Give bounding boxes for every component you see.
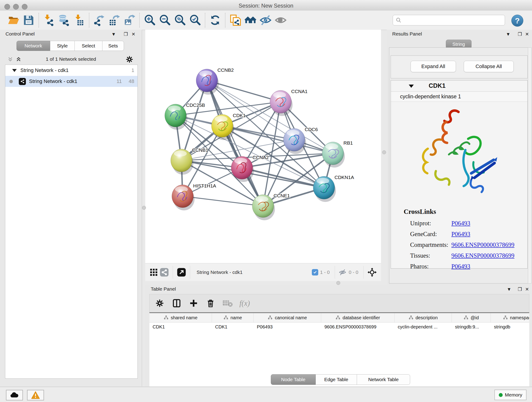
column-header-shared-name[interactable]: shared name [149, 313, 212, 322]
import-network-from-database-button[interactable] [56, 13, 71, 28]
network-node-CCNB2[interactable]: CCNB2 [196, 67, 234, 95]
network-row[interactable]: String Network - cdk1 11 48 [5, 76, 138, 87]
delete-column-button[interactable] [206, 298, 215, 308]
network-node-CCNA2[interactable]: CCNA2 [231, 155, 269, 182]
add-column-button[interactable] [189, 298, 199, 308]
column-header-canonical-name[interactable]: canonical name [254, 313, 321, 322]
column-header-database-identifier[interactable]: database identifier [321, 313, 394, 322]
network-node-CDK1[interactable]: CDK1 [211, 113, 246, 140]
table-row[interactable]: CDK1CDK1P064939606.ENSP00000378699cyclin… [149, 322, 529, 331]
panel-close-icon[interactable]: ✕ [132, 32, 135, 37]
network-edge-CCNE1-HIST1H1A[interactable] [183, 196, 263, 206]
tab-style[interactable]: Style [50, 41, 75, 51]
panel-float-icon[interactable]: ❒ [518, 32, 522, 37]
panel-float-icon[interactable]: ❒ [124, 32, 128, 37]
network-node-RB1[interactable]: RB1 [322, 140, 353, 167]
function-builder-button[interactable]: f(x) [239, 299, 250, 307]
apply-preferred-layout-button[interactable] [208, 13, 223, 28]
tab-node-table[interactable]: Node Table [271, 374, 316, 385]
column-header-namespac[interactable]: namespac [491, 313, 529, 322]
memory-button[interactable]: Memory [494, 390, 526, 400]
crosslink-link[interactable]: 9606.ENSP00000378699 [451, 252, 514, 259]
panel-menu-icon[interactable]: ▼ [507, 287, 511, 292]
import-network-from-file-button[interactable] [41, 13, 56, 28]
crosslink-link[interactable]: P06493 [451, 263, 470, 270]
tab-edge-table[interactable]: Edge Table [316, 374, 357, 385]
clone-network-button[interactable] [228, 13, 243, 28]
search-input[interactable] [404, 16, 505, 25]
table-cell[interactable]: 9606.ENSP00000378699 [321, 322, 394, 331]
zoom-fit-content-button[interactable] [172, 13, 187, 28]
crosslink-link[interactable]: P06493 [451, 220, 470, 227]
left-splitter-handle[interactable] [142, 206, 146, 210]
detach-view-button[interactable] [176, 267, 187, 278]
network-view[interactable]: CCNB2CCNA1CDC25BCDK1CDC6RB1CCNB1CCNA2CDK… [145, 30, 381, 281]
show-grid-button[interactable] [148, 267, 159, 278]
save-session-button[interactable] [21, 13, 36, 28]
network-node-CDKN1A[interactable]: CDKN1A [313, 175, 354, 202]
cloud-status-button[interactable] [6, 390, 23, 400]
column-header-description[interactable]: description [394, 313, 452, 322]
bottom-splitter-handle[interactable] [336, 281, 340, 285]
network-node-CDC6[interactable]: CDC6 [283, 127, 318, 154]
tab-sets[interactable]: Sets [102, 41, 124, 51]
network-node-HIST1H1A[interactable]: HIST1H1A [172, 183, 216, 211]
first-neighbors-button[interactable] [243, 13, 258, 28]
table-cell[interactable]: CDK1 [149, 322, 212, 331]
gene-section-header[interactable]: CDK1 [391, 80, 527, 92]
zoom-in-button[interactable] [142, 13, 157, 28]
tab-network[interactable]: Network [17, 41, 50, 51]
help-button[interactable]: ? [511, 15, 523, 27]
panel-close-icon[interactable]: ✕ [525, 287, 529, 292]
column-type-icon [336, 315, 341, 320]
hidden-nodes-edges-count: 0 - 0 [349, 269, 358, 275]
tree-expand-caret-icon[interactable] [12, 69, 17, 72]
hide-selected-button[interactable] [258, 13, 273, 28]
export-table-button[interactable] [107, 13, 122, 28]
toolbar-separator [173, 266, 173, 279]
right-splitter-handle[interactable] [382, 150, 386, 154]
table-options-button[interactable] [155, 298, 165, 308]
export-image-button[interactable] [122, 13, 137, 28]
panel-menu-icon[interactable]: ▼ [506, 32, 510, 37]
show-all-button[interactable] [273, 13, 288, 28]
open-session-button[interactable] [6, 13, 21, 28]
show-columns-button[interactable] [172, 298, 182, 308]
collapse-all-button[interactable]: Collapse All [464, 61, 514, 72]
network-view-mode-button[interactable] [159, 267, 170, 278]
network-canvas[interactable]: CCNB2CCNA1CDC25BCDK1CDC6RB1CCNB1CCNA2CDK… [145, 30, 381, 263]
delete-table-button[interactable] [222, 298, 233, 308]
zoom-selected-button[interactable] [187, 13, 203, 28]
zoom-out-button[interactable] [157, 13, 172, 28]
table-cell[interactable]: P06493 [254, 322, 321, 331]
tab-select[interactable]: Select [75, 41, 102, 51]
network-node-CDC25B[interactable]: CDC25B [165, 102, 205, 130]
panel-float-icon[interactable]: ❒ [518, 287, 522, 292]
tab-network-table[interactable]: Network Table [357, 374, 410, 385]
crosslinks-title: CrossLinks [404, 208, 436, 216]
results-scrollbar[interactable] [528, 47, 532, 283]
crosslink-link[interactable]: P06493 [451, 230, 470, 238]
column-header-name[interactable]: name [212, 313, 254, 322]
import-table-from-file-button[interactable] [71, 13, 87, 28]
table-cell[interactable]: stringdb [491, 322, 529, 331]
crosslink-link[interactable]: 9606.ENSP00000378699 [451, 241, 514, 249]
network-node-CCNE1[interactable]: CCNE1 [252, 193, 290, 220]
node-label: RB1 [343, 140, 353, 146]
panel-close-icon[interactable]: ✕ [525, 32, 529, 37]
table-cell[interactable]: CDK1 [212, 322, 254, 331]
network-collection-row[interactable]: String Network - cdk1 1 [5, 65, 138, 76]
export-network-button[interactable] [92, 13, 107, 28]
section-collapse-caret-icon[interactable] [409, 85, 414, 88]
table-cell[interactable]: cyclin-dependent ... [394, 322, 452, 331]
table-cell[interactable]: stringdb:9... [452, 322, 491, 331]
network-node-CCNA1[interactable]: CCNA1 [270, 89, 307, 116]
warnings-button[interactable] [27, 390, 44, 400]
column-header--id[interactable]: @id [452, 313, 491, 322]
pan-mode-button[interactable] [367, 267, 377, 278]
expand-all-button[interactable]: Expand All [411, 61, 456, 72]
selected-indicator-checkbox[interactable] [312, 269, 318, 275]
network-edge-CCNA2-CDKN1A[interactable] [242, 168, 324, 188]
panel-menu-icon[interactable]: ▼ [111, 32, 116, 37]
network-options-gear-icon[interactable] [126, 56, 133, 63]
